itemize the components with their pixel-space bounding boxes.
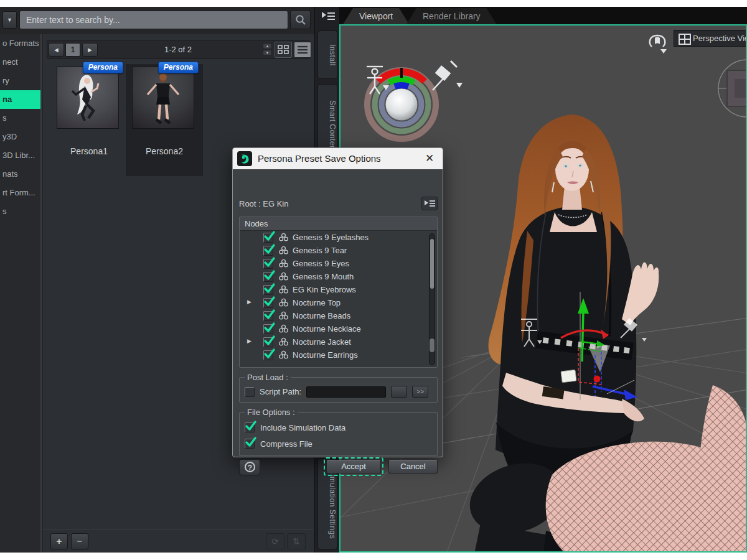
pane-menu-icon[interactable] bbox=[320, 9, 336, 26]
daz-studio-ui: ▼ o Formatsnectrynasy3D3D Libr...natsrt … bbox=[0, 7, 747, 553]
node-icon bbox=[278, 246, 289, 255]
thumbnail-label: Persona1 bbox=[50, 146, 128, 156]
help-button[interactable]: ? bbox=[239, 459, 260, 475]
viewport-tab[interactable]: Viewport bbox=[343, 8, 409, 24]
option-checkbox[interactable] bbox=[245, 422, 255, 432]
sidebar-item[interactable]: na bbox=[0, 90, 40, 109]
option-checkbox[interactable] bbox=[245, 439, 255, 449]
file-option-row[interactable]: Include Simulation Data bbox=[245, 419, 432, 436]
dialog-title: Persona Preset Save Options bbox=[258, 148, 381, 169]
thumbnail-image[interactable]: Persona bbox=[57, 67, 119, 129]
pin-tool-icon[interactable] bbox=[433, 61, 463, 90]
search-input[interactable] bbox=[19, 11, 288, 29]
script-path-input[interactable] bbox=[306, 386, 386, 398]
node-checkbox[interactable] bbox=[263, 285, 273, 295]
category-sidebar: o Formatsnectrynasy3D3D Libr...natsrt Fo… bbox=[0, 34, 42, 553]
node-checkbox[interactable] bbox=[263, 311, 273, 321]
library-item[interactable]: Persona Persona1 bbox=[50, 64, 128, 176]
node-row[interactable]: Nocturne Necklace bbox=[240, 322, 426, 335]
expand-arrow-icon[interactable]: ▶ bbox=[247, 299, 251, 305]
search-icon bbox=[294, 14, 307, 26]
node-list: Genesis 9 Eyelashes Genesis 9 Tear Genes… bbox=[240, 231, 426, 368]
remove-button[interactable]: − bbox=[71, 533, 88, 549]
sidebar-item[interactable]: nect bbox=[0, 53, 40, 72]
node-row[interactable]: ▶ Nocturne Jacket bbox=[240, 335, 426, 348]
sidebar-item[interactable]: rt Form... bbox=[0, 184, 40, 202]
node-label: Nocturne Earrings bbox=[293, 350, 358, 360]
file-option-row[interactable]: Compress File bbox=[245, 436, 432, 452]
pagination-bar: ◄ 1 ► 1-2 of 2 ▲▼ bbox=[47, 40, 311, 59]
tab-install[interactable]: Install bbox=[317, 30, 337, 79]
sidebar-item[interactable]: ry bbox=[0, 72, 40, 90]
node-checkbox[interactable] bbox=[263, 298, 273, 308]
node-row[interactable]: Genesis 9 Tear bbox=[240, 244, 426, 257]
thumbnail-image[interactable]: Persona bbox=[132, 67, 194, 129]
camera-head-icon[interactable] bbox=[644, 30, 670, 55]
search-filter-dropdown[interactable]: ▼ bbox=[2, 11, 17, 29]
node-icon bbox=[278, 298, 289, 307]
node-row[interactable]: EG Kin Eyebrows bbox=[240, 283, 426, 296]
grid-view-button[interactable] bbox=[275, 42, 292, 58]
node-checkbox[interactable] bbox=[263, 350, 273, 360]
node-row[interactable]: Nocturne Beads bbox=[240, 309, 426, 322]
prev-page-button[interactable]: ◄ bbox=[49, 43, 64, 57]
node-row[interactable]: ▶ Nocturne Top bbox=[240, 296, 426, 309]
list-view-button[interactable] bbox=[294, 42, 311, 58]
thumb-size-stepper[interactable]: ▲▼ bbox=[263, 43, 272, 57]
search-button[interactable] bbox=[290, 11, 311, 29]
check-icon bbox=[263, 231, 275, 241]
sidebar-item[interactable]: s bbox=[0, 202, 40, 221]
view-selector-button[interactable]: Perspective View bbox=[674, 30, 747, 47]
node-label: Nocturne Beads bbox=[293, 311, 350, 320]
sync-icon[interactable]: ⟳ bbox=[266, 533, 284, 549]
expand-arrow-icon[interactable]: ▶ bbox=[247, 338, 251, 344]
node-row[interactable]: Genesis 9 Mouth bbox=[240, 270, 426, 283]
script-path-label: Script Path: bbox=[260, 387, 301, 396]
daz-logo-icon bbox=[237, 151, 252, 166]
sidebar-item[interactable]: s bbox=[0, 109, 40, 128]
check-icon bbox=[263, 257, 275, 268]
sidebar-item[interactable]: nats bbox=[0, 165, 40, 184]
node-checkbox[interactable] bbox=[263, 233, 273, 243]
library-item[interactable]: Persona Persona2 bbox=[126, 64, 203, 176]
node-icon bbox=[278, 337, 289, 347]
step-down-icon[interactable]: ▼ bbox=[263, 50, 272, 56]
node-checkbox[interactable] bbox=[263, 246, 273, 256]
next-page-button[interactable]: ► bbox=[82, 43, 98, 57]
dialog-body: Root : EG Kin Nodes Genesis bbox=[233, 169, 443, 457]
node-checkbox[interactable] bbox=[263, 324, 273, 334]
sidebar-item[interactable]: y3D bbox=[0, 128, 40, 146]
check-icon bbox=[245, 437, 256, 447]
node-label: Genesis 9 Mouth bbox=[293, 272, 354, 281]
nodes-scrollbar[interactable] bbox=[429, 233, 435, 365]
apose-figure bbox=[133, 67, 194, 128]
add-button[interactable]: + bbox=[50, 533, 68, 549]
script-path-browse-button[interactable]: >> bbox=[412, 386, 428, 398]
step-up-icon[interactable]: ▲ bbox=[263, 43, 272, 49]
node-row[interactable]: Genesis 9 Eyes bbox=[240, 257, 426, 270]
node-checkbox[interactable] bbox=[263, 337, 273, 347]
accept-focus-ring: Accept bbox=[324, 457, 383, 476]
persona-preset-save-dialog: Persona Preset Save Options ✕ Root : EG … bbox=[232, 147, 443, 457]
script-path-slider-button[interactable] bbox=[391, 386, 407, 398]
list-view-icon bbox=[294, 42, 311, 57]
node-checkbox[interactable] bbox=[263, 272, 273, 282]
node-row[interactable]: Nocturne Earrings bbox=[240, 348, 426, 362]
accept-button[interactable]: Accept bbox=[326, 460, 381, 474]
close-icon[interactable]: ✕ bbox=[423, 152, 436, 166]
page-number[interactable]: 1 bbox=[65, 43, 80, 57]
dialog-title-bar[interactable]: Persona Preset Save Options ✕ bbox=[233, 148, 443, 169]
check-icon bbox=[263, 296, 275, 307]
sidebar-item[interactable]: o Formats bbox=[0, 34, 40, 53]
sidebar-item[interactable]: 3D Libr... bbox=[0, 146, 40, 165]
node-icon bbox=[278, 272, 289, 281]
node-row[interactable]: Genesis 9 Eyelashes bbox=[240, 231, 426, 244]
refresh-icon[interactable]: ⇅ bbox=[287, 533, 306, 549]
node-options-button[interactable] bbox=[421, 197, 438, 210]
script-path-checkbox[interactable] bbox=[245, 387, 255, 397]
cancel-button[interactable]: Cancel bbox=[388, 460, 438, 474]
post-load-group: Post Load : Script Path: >> bbox=[239, 373, 438, 403]
viewport-tab[interactable]: Render Library bbox=[406, 8, 497, 24]
node-checkbox[interactable] bbox=[263, 259, 273, 269]
view-cube[interactable] bbox=[718, 60, 747, 117]
